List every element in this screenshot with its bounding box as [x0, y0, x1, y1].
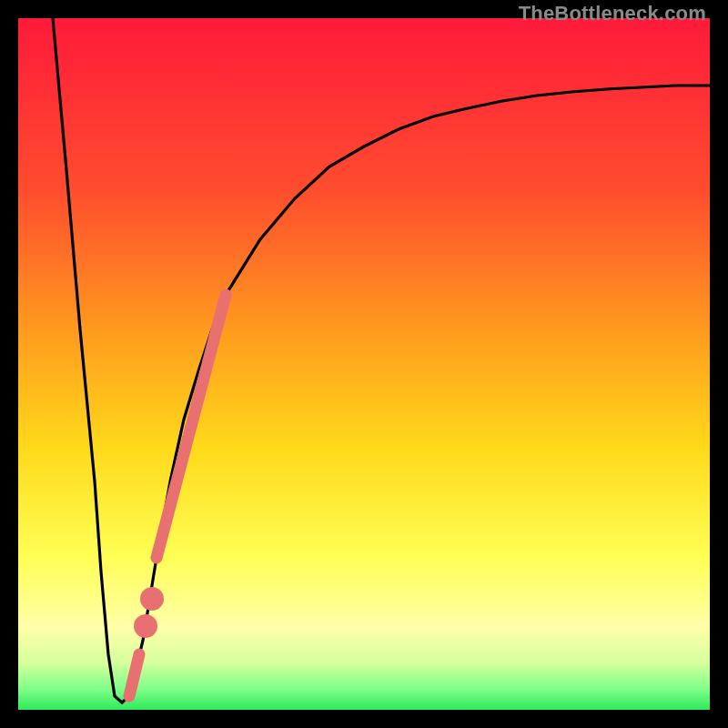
chart-frame — [18, 18, 710, 710]
gradient-background — [18, 18, 710, 710]
svg-point-2 — [147, 593, 158, 605]
svg-point-1 — [140, 621, 152, 632]
watermark-text: TheBottleneck.com — [519, 2, 706, 25]
chart-svg — [18, 18, 710, 710]
